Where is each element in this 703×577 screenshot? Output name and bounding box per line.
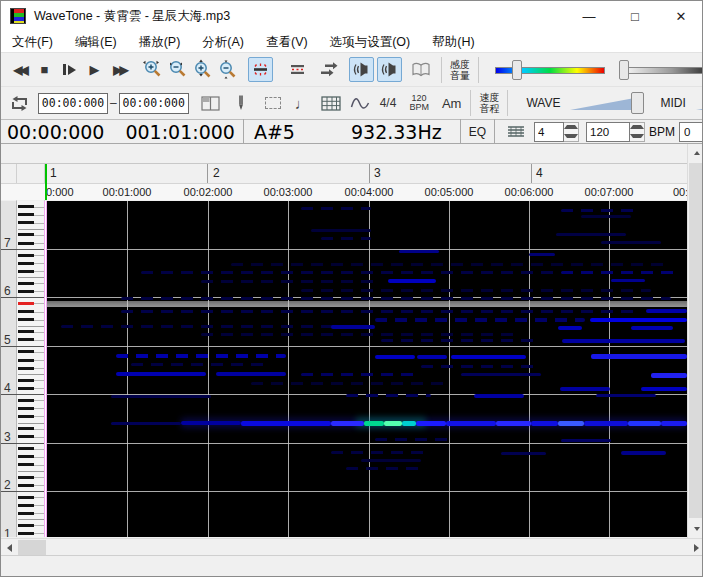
volume-slider-thumb[interactable] [619,60,629,80]
zoom-out-vertical-button[interactable] [215,57,240,82]
black-key-D#5[interactable] [18,330,34,333]
time-signature-button[interactable]: 4/4 [380,96,397,110]
black-key-G#7[interactable] [18,213,34,216]
play-button[interactable]: ▶ [82,57,107,82]
black-key-G#3[interactable] [18,407,34,410]
division-up-button[interactable] [564,123,578,132]
menu-item-5[interactable]: 选项与设置(O) [319,31,422,53]
horizontal-scrollbar[interactable] [1,538,703,555]
pen-tool-button[interactable] [229,91,254,116]
menu-item-3[interactable]: 分析(A) [191,31,255,53]
scroll-down-button[interactable] [688,520,703,538]
beat-division-input[interactable] [534,122,564,142]
wave-audio-toggle[interactable] [349,57,374,82]
timeline-ruler[interactable]: 1234 0:00000:01:00000:02:00000:03:00000:… [1,144,687,201]
beat-division-spinner[interactable] [534,122,579,142]
vertical-scrollbar-thumb[interactable] [689,163,703,518]
black-key-F#4[interactable] [18,367,34,370]
vertical-scrollbar[interactable] [687,144,703,538]
black-key-F#5[interactable] [18,318,34,321]
black-key-G#4[interactable] [18,359,34,362]
selection-tool-button[interactable] [261,91,286,116]
peak-emphasis-toggle[interactable] [248,57,273,82]
horizontal-scrollbar-thumb[interactable] [18,540,46,555]
black-key-G#6[interactable] [18,262,34,265]
tempo-input[interactable] [586,122,630,142]
black-key-A#7[interactable] [18,205,34,208]
black-key-A#1[interactable] [18,496,34,499]
menu-item-6[interactable]: 帮助(H) [421,31,485,53]
tempo-spinner[interactable] [586,122,645,142]
black-key-C#1[interactable] [18,532,34,535]
midi-audio-toggle[interactable] [377,57,402,82]
midi-volume-slider[interactable] [692,91,703,115]
black-key-A#2[interactable] [18,447,34,450]
grid-view-button[interactable] [319,91,344,116]
measure-ruler[interactable]: 1234 [1,164,687,183]
black-key-C#4[interactable] [18,387,34,390]
maximize-button[interactable]: □ [612,1,658,31]
division-down-button[interactable] [564,132,578,141]
black-key-C#2[interactable] [18,484,34,487]
eq-rows-button[interactable] [505,122,527,142]
volume-slider[interactable] [619,59,703,81]
selection-start-input[interactable] [38,93,108,114]
piano-keyboard[interactable]: 7654321 [1,201,45,537]
black-key-C#7[interactable] [18,242,34,245]
black-key-F#6[interactable] [18,270,34,273]
zoom-in-horizontal-button[interactable] [140,57,165,82]
black-key-D#3[interactable] [18,427,34,430]
black-key-G#1[interactable] [18,504,34,507]
selection-end-input[interactable] [119,93,189,114]
black-key-F#1[interactable] [18,512,34,515]
note-tool-button[interactable]: ♩ [290,91,315,116]
shift-arrows-button[interactable] [316,57,341,82]
key-button[interactable]: Am [442,96,462,111]
black-key-G#5[interactable] [18,310,34,313]
black-key-A#4[interactable] [18,350,34,353]
tempo-button[interactable]: 120 BPM [409,94,429,112]
black-key-F#2[interactable] [18,463,34,466]
menu-item-1[interactable]: 编辑(E) [64,31,128,53]
time-ruler[interactable]: 0:00000:01:00000:02:00000:03:00000:04:00… [1,183,687,200]
black-key-A#6[interactable] [18,254,34,257]
spectrogram-canvas[interactable] [47,201,687,537]
black-key-D#1[interactable] [18,524,34,527]
zoom-in-vertical-button[interactable] [190,57,215,82]
sensitivity-slider-thumb[interactable] [512,60,522,80]
rewind-button[interactable]: ◀◀ [7,57,32,82]
play-pause-button[interactable] [57,57,82,82]
waveform-view-button[interactable] [348,91,373,116]
menu-item-2[interactable]: 播放(P) [128,31,192,53]
close-button[interactable]: ✕ [658,1,703,31]
black-key-C#3[interactable] [18,435,34,438]
black-key-G#2[interactable] [18,455,34,458]
peak-compress-toggle[interactable] [285,57,310,82]
sensitivity-slider[interactable] [495,59,605,81]
black-key-A#3[interactable] [18,399,34,402]
black-key-D#7[interactable] [18,233,34,236]
tempo-down-button[interactable] [630,132,644,141]
scroll-up-button[interactable] [688,144,703,162]
black-key-C#5[interactable] [18,338,34,341]
black-key-D#4[interactable] [18,379,34,382]
loop-button[interactable] [7,91,32,116]
wave-slider-thumb[interactable] [631,92,644,114]
tempo-up-button[interactable] [630,123,644,132]
black-key-D#2[interactable] [18,476,34,479]
black-key-F#7[interactable] [18,221,34,224]
help-book-button[interactable] [408,57,433,82]
wave-volume-slider[interactable] [566,91,644,115]
zoom-out-horizontal-button[interactable] [165,57,190,82]
scroll-right-button[interactable] [688,539,703,556]
selected-key-A#5[interactable] [18,302,34,305]
offset-input[interactable] [679,122,703,142]
fast-forward-button[interactable]: ▶▶ [107,57,132,82]
minimize-button[interactable]: — [566,1,612,31]
black-key-D#6[interactable] [18,282,34,285]
stop-button[interactable]: ■ [32,57,57,82]
mixer-panel-button[interactable] [198,91,223,116]
menu-item-4[interactable]: 查看(V) [255,31,319,53]
menu-item-0[interactable]: 文件(F) [1,31,64,53]
black-key-F#3[interactable] [18,415,34,418]
